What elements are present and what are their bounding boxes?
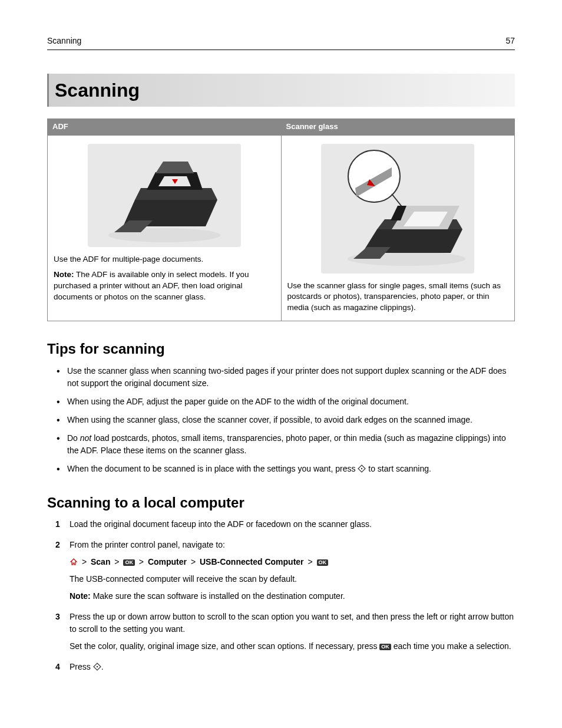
step-text: The USB‑connected computer will receive …: [70, 573, 515, 585]
home-icon: [70, 557, 78, 569]
step-text: Set the color, quality, original image s…: [70, 641, 379, 651]
nav-separator: >: [139, 557, 144, 566]
nav-separator: >: [308, 557, 312, 566]
step-subtext: Set the color, quality, original image s…: [70, 640, 515, 653]
step-item: From the printer control panel, navigate…: [59, 539, 515, 602]
nav-step: USB‑Connected Computer: [200, 557, 304, 566]
tip-item: Do not load postcards, photos, small ite…: [67, 432, 515, 457]
step-text: Press: [70, 662, 93, 671]
adf-description: Use the ADF for multiple‑page documents.: [54, 254, 275, 265]
adf-note: Note: The ADF is available only in selec…: [54, 269, 275, 303]
step-note: Note: Make sure the scan software is ins…: [70, 590, 515, 602]
step-text: .: [101, 662, 104, 671]
step-text: Press the up or down arrow button to scr…: [70, 612, 514, 634]
ok-icon: OK: [379, 644, 391, 650]
step-item: Press .: [59, 661, 515, 674]
tip-text: to start scanning.: [366, 464, 431, 473]
step-item: Load the original document faceup into t…: [59, 518, 515, 531]
tip-text: When the document to be scanned is in pl…: [67, 464, 358, 473]
header-section: Scanning: [47, 35, 81, 47]
tip-emphasis: not: [80, 433, 91, 443]
svg-point-20: [361, 468, 362, 469]
nav-step: Scan: [91, 557, 110, 566]
table-cell-adf: Use the ADF for multiple‑page documents.…: [48, 135, 282, 321]
note-label: Note:: [70, 591, 91, 601]
svg-marker-4: [156, 162, 194, 173]
tip-item: When using the ADF, adjust the paper gui…: [67, 396, 515, 408]
tips-list: Use the scanner glass when scanning two‑…: [47, 365, 515, 476]
svg-point-23: [96, 666, 97, 667]
scanner-glass-description: Use the scanner glass for single pages, …: [287, 281, 509, 314]
steps-list: Load the original document faceup into t…: [47, 518, 515, 674]
comparison-table: ADF Scanner glass Use the ADF for multip…: [47, 118, 515, 321]
tips-heading: Tips for scanning: [47, 339, 515, 359]
ok-icon: OK: [123, 559, 135, 566]
svg-marker-21: [71, 559, 77, 565]
nav-separator: >: [191, 557, 196, 566]
nav-step: Computer: [148, 557, 187, 566]
page-header: Scanning 57: [47, 35, 515, 50]
ok-icon: OK: [317, 559, 329, 566]
adf-printer-image: [88, 144, 241, 247]
tip-item: Use the scanner glass when scanning two‑…: [67, 365, 515, 390]
table-header-adf: ADF: [48, 119, 282, 135]
chapter-title: Scanning: [47, 74, 515, 107]
scanner-glass-image: [321, 144, 474, 274]
note-label: Note:: [54, 270, 74, 279]
step-item: Press the up or down arrow button to scr…: [59, 611, 515, 653]
note-text: The ADF is available only in select mode…: [54, 270, 249, 301]
step-text: each time you make a selection.: [391, 641, 511, 651]
tip-item: When using the scanner glass, close the …: [67, 414, 515, 426]
local-heading: Scanning to a local computer: [47, 493, 515, 513]
step-text: From the printer control panel, navigate…: [70, 540, 225, 549]
navigation-path: > Scan > OK > Computer > USB‑Connected C…: [70, 556, 515, 569]
table-cell-scanner-glass: Use the scanner glass for single pages, …: [281, 135, 515, 321]
table-header-scanner-glass: Scanner glass: [281, 119, 515, 135]
start-icon: [93, 662, 101, 674]
note-text: Make sure the scan software is installed…: [91, 591, 345, 601]
header-page-number: 57: [505, 35, 515, 47]
nav-separator: >: [114, 557, 119, 566]
tip-text: load postcards, photos, small items, tra…: [67, 433, 506, 455]
start-icon: [358, 464, 366, 476]
tip-item: When the document to be scanned is in pl…: [67, 463, 515, 476]
tip-text: Do: [67, 433, 80, 443]
nav-separator: >: [82, 557, 87, 566]
